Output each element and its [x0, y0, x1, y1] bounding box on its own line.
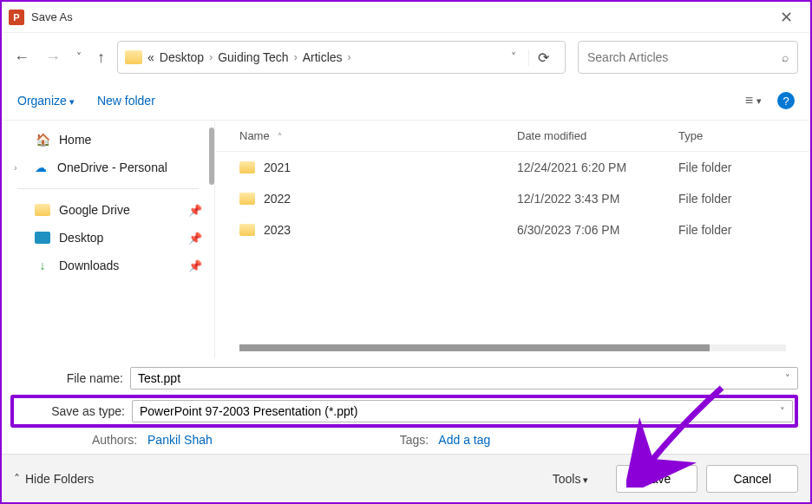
desktop-icon [35, 232, 50, 244]
pin-icon: 📌 [188, 259, 202, 272]
dropdown-icon[interactable]: ˅ [780, 406, 785, 417]
cancel-button[interactable]: Cancel [706, 465, 798, 493]
save-as-dialog: P Save As ✕ ← → ˅ ↑ « Desktop › Guiding … [0, 0, 812, 504]
save-type-value: PowerPoint 97-2003 Presentation (*.ppt) [140, 404, 357, 418]
sidebar-item-label: Desktop [59, 231, 103, 245]
title-bar: P Save As ✕ [2, 2, 810, 33]
file-rows: 2021 12/24/2021 6:20 PM File folder 2022… [215, 152, 810, 245]
toolbar: Organize New folder ≡ ▾ ? [2, 82, 810, 120]
file-name: 2022 [264, 192, 291, 206]
sidebar-item-label: OneDrive - Personal [57, 160, 167, 174]
search-input[interactable] [587, 50, 782, 64]
tags-value[interactable]: Add a tag [438, 433, 490, 447]
pin-icon: 📌 [188, 232, 202, 245]
table-row[interactable]: 2022 12/1/2022 3:43 PM File folder [239, 183, 786, 214]
address-bar[interactable]: « Desktop › Guiding Tech › Articles › ˅ … [117, 41, 566, 74]
file-name-row: File name: Test.ppt ˅ [14, 367, 798, 389]
file-type: File folder [678, 223, 786, 237]
sidebar-scrollbar[interactable] [209, 128, 214, 185]
file-type: File folder [678, 160, 786, 174]
main-area: 🏠 Home › ☁ OneDrive - Personal Google Dr… [2, 120, 810, 358]
sidebar: 🏠 Home › ☁ OneDrive - Personal Google Dr… [2, 121, 215, 358]
sidebar-item-desktop[interactable]: Desktop 📌 [2, 224, 214, 252]
tools-menu[interactable]: Tools [553, 472, 589, 486]
form-area: File name: Test.ppt ˅ Save as type: Powe… [2, 358, 810, 454]
sidebar-item-label: Downloads [59, 259, 119, 272]
authors-value[interactable]: Pankil Shah [147, 433, 213, 447]
authors-label: Authors: [92, 433, 137, 447]
organize-menu[interactable]: Organize [17, 94, 75, 108]
home-icon: 🏠 [35, 133, 50, 147]
scrollbar-thumb[interactable] [239, 344, 710, 351]
sort-asc-icon: ˄ [278, 132, 282, 141]
back-button[interactable]: ← [14, 49, 29, 67]
file-name-value: Test.ppt [138, 371, 180, 385]
tags-label: Tags: [400, 433, 429, 447]
column-header-date[interactable]: Date modified [517, 129, 678, 142]
breadcrumb-item[interactable]: Guiding Tech [218, 50, 288, 64]
dropdown-icon[interactable]: ˅ [785, 373, 790, 384]
search-box[interactable]: ⌕ [578, 41, 798, 74]
metadata-row: Authors: Pankil Shah Tags: Add a tag [14, 428, 798, 447]
sidebar-item-gdrive[interactable]: Google Drive 📌 [2, 196, 214, 224]
folder-icon [239, 224, 255, 236]
file-name: 2021 [264, 160, 291, 174]
file-name: 2023 [264, 223, 291, 237]
folder-icon [125, 50, 142, 64]
annotation-highlight: Save as type: PowerPoint 97-2003 Present… [10, 395, 798, 428]
save-button[interactable]: Save [616, 465, 697, 493]
sidebar-item-onedrive[interactable]: › ☁ OneDrive - Personal [2, 154, 214, 181]
window-title: Save As [31, 10, 73, 23]
chevron-right-icon[interactable]: › [294, 51, 298, 63]
table-row[interactable]: 2021 12/24/2021 6:20 PM File folder [239, 152, 786, 183]
expand-icon[interactable]: › [14, 162, 24, 173]
divider [17, 188, 199, 189]
column-headers: Name ˄ Date modified Type [215, 121, 810, 152]
column-header-name[interactable]: Name ˄ [239, 129, 517, 142]
folder-icon [35, 204, 50, 216]
save-type-label: Save as type: [16, 404, 132, 418]
table-row[interactable]: 2023 6/30/2023 7:06 PM File folder [239, 214, 786, 245]
chevron-right-icon[interactable]: › [209, 51, 213, 63]
forward-button[interactable]: → [45, 49, 61, 67]
file-name-field[interactable]: Test.ppt ˅ [130, 367, 798, 389]
breadcrumb-item[interactable]: Desktop [160, 50, 204, 64]
footer: ˄ Hide Folders Tools Save Cancel [2, 454, 810, 502]
download-icon: ↓ [35, 259, 50, 272]
folder-icon [239, 161, 255, 173]
search-icon[interactable]: ⌕ [782, 50, 789, 64]
chevron-up-icon: ˄ [14, 472, 20, 486]
breadcrumb-item[interactable]: Articles [303, 50, 343, 64]
hide-folders-button[interactable]: ˄ Hide Folders [14, 472, 94, 486]
hide-folders-label: Hide Folders [25, 472, 94, 486]
save-type-field[interactable]: PowerPoint 97-2003 Presentation (*.ppt) … [132, 400, 793, 422]
navigation-row: ← → ˅ ↑ « Desktop › Guiding Tech › Artic… [2, 33, 810, 82]
nav-arrows: ← → ˅ ↑ [14, 49, 105, 67]
sidebar-item-downloads[interactable]: ↓ Downloads 📌 [2, 252, 214, 279]
close-button[interactable]: ✕ [769, 4, 803, 30]
breadcrumb: « Desktop › Guiding Tech › Articles › [147, 50, 351, 64]
file-type: File folder [678, 192, 786, 206]
help-icon[interactable]: ? [777, 92, 795, 109]
pin-icon: 📌 [188, 204, 202, 217]
folder-icon [239, 193, 255, 205]
recent-dropdown[interactable]: ˅ [76, 51, 82, 63]
view-mode-button[interactable]: ≡ ▾ [745, 93, 762, 108]
horizontal-scrollbar[interactable] [239, 344, 786, 351]
cloud-icon: ☁ [33, 160, 49, 174]
address-dropdown[interactable]: ˅ [504, 51, 523, 63]
sidebar-item-label: Google Drive [59, 203, 130, 217]
file-list: Name ˄ Date modified Type 2021 12/24/202… [215, 121, 810, 358]
chevron-right-icon[interactable]: › [348, 51, 351, 63]
column-header-type[interactable]: Type [678, 129, 786, 142]
new-folder-button[interactable]: New folder [97, 94, 155, 108]
breadcrumb-root-glyph: « [147, 50, 154, 64]
file-date: 12/1/2022 3:43 PM [517, 192, 678, 206]
powerpoint-icon: P [9, 10, 24, 25]
up-button[interactable]: ↑ [97, 49, 105, 67]
sidebar-item-label: Home [59, 133, 91, 147]
sidebar-item-home[interactable]: 🏠 Home [2, 126, 214, 154]
file-date: 6/30/2023 7:06 PM [517, 223, 678, 237]
refresh-button[interactable]: ⟳ [528, 49, 558, 66]
file-name-label: File name: [14, 371, 130, 385]
